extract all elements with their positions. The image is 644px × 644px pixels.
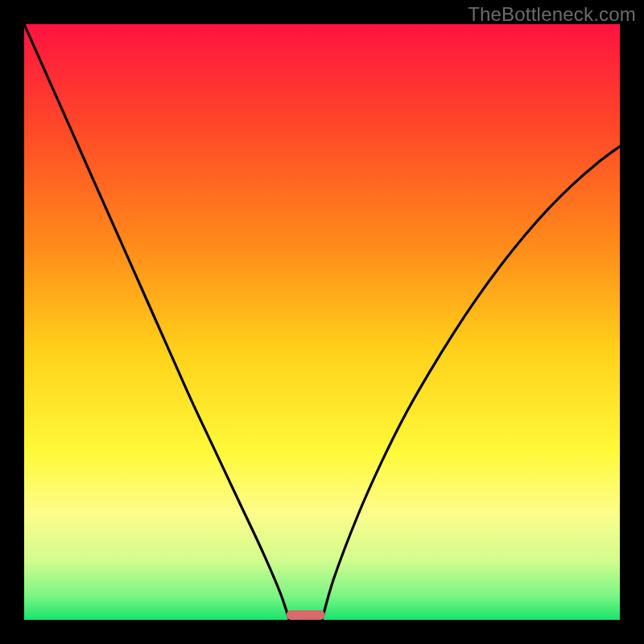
chart-frame [24,24,620,620]
watermark-text: TheBottleneck.com [468,3,636,26]
chart-svg [24,24,620,620]
gradient-background [24,24,620,620]
bottleneck-marker [287,610,325,620]
